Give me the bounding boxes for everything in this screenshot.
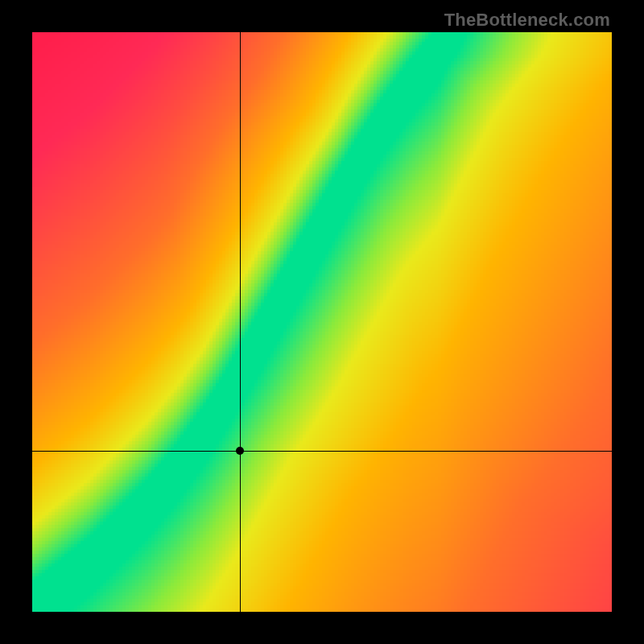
heatmap-canvas (32, 32, 612, 612)
watermark-text: TheBottleneck.com (444, 10, 610, 31)
chart-frame: TheBottleneck.com (0, 0, 644, 644)
plot-area (32, 32, 612, 612)
